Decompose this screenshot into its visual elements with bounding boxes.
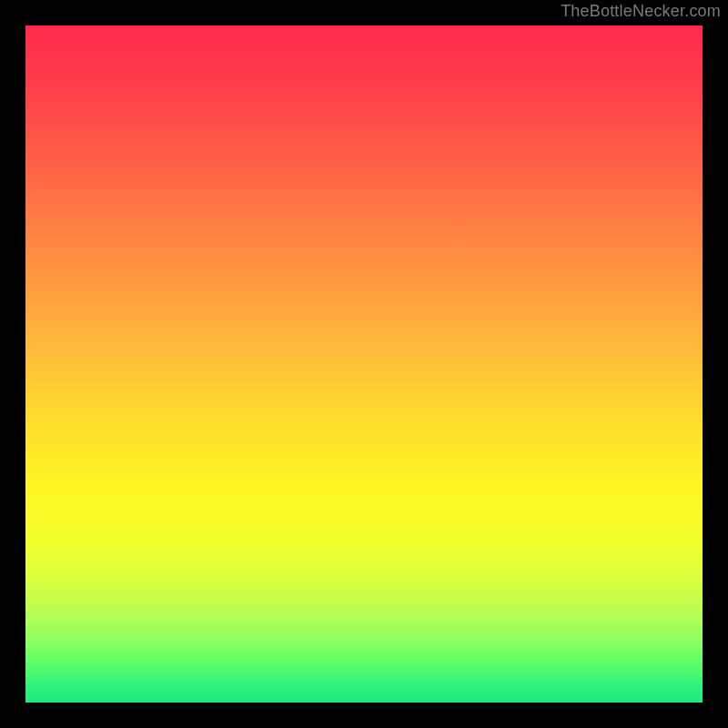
gradient-background <box>25 25 703 703</box>
plot-area <box>25 25 703 703</box>
chart-frame: TheBottleNecker.com <box>0 0 728 728</box>
watermark-label: TheBottleNecker.com <box>561 2 721 21</box>
